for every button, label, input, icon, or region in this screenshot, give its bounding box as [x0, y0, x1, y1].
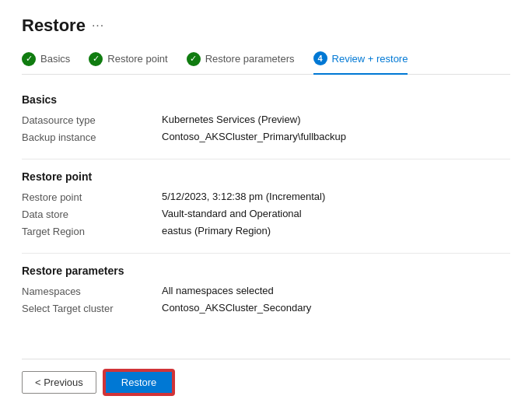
restore-point-section-title: Restore point — [22, 170, 510, 183]
field-datasource-type: Datasource type Kubernetes Services (Pre… — [22, 114, 510, 126]
step-basics-icon: ✓ — [22, 52, 36, 66]
field-restore-point-label: Restore point — [22, 191, 162, 203]
footer: < Previous Restore — [22, 359, 510, 394]
field-target-cluster-label: Select Target cluster — [22, 302, 162, 314]
field-target-region: Target Region eastus (Primary Region) — [22, 225, 510, 237]
field-namespaces-value: All namespaces selected — [162, 285, 274, 296]
step-review-restore-label: Review + restore — [332, 53, 408, 65]
field-target-region-value: eastus (Primary Region) — [162, 225, 271, 237]
field-target-cluster-value: Contoso_AKSCluster_Secondary — [162, 302, 311, 314]
step-restore-point-icon: ✓ — [89, 52, 103, 66]
field-data-store: Data store Vault-standard and Operationa… — [22, 208, 510, 220]
page-title: Restore — [22, 16, 86, 36]
step-restore-point-label: Restore point — [107, 53, 167, 65]
content-area: Basics Datasource type Kubernetes Servic… — [22, 93, 510, 359]
step-restore-parameters[interactable]: ✓ Restore parameters — [187, 52, 295, 74]
page-header: Restore ··· — [22, 16, 510, 36]
field-target-region-label: Target Region — [22, 225, 162, 237]
wizard-steps: ✓ Basics ✓ Restore point ✓ Restore param… — [22, 51, 510, 75]
basics-section-title: Basics — [22, 93, 510, 106]
restore-parameters-section-title: Restore parameters — [22, 265, 510, 277]
step-restore-point[interactable]: ✓ Restore point — [89, 52, 167, 74]
field-datasource-type-value: Kubernetes Services (Preview) — [162, 114, 300, 125]
step-restore-parameters-label: Restore parameters — [205, 53, 295, 65]
field-backup-instance: Backup instance Contoso_AKSCluster_Prima… — [22, 131, 510, 143]
step-basics-label: Basics — [40, 53, 70, 65]
field-restore-point-value: 5/12/2023, 3:12:38 pm (Incremental) — [162, 191, 325, 202]
field-backup-instance-label: Backup instance — [22, 131, 162, 143]
field-data-store-label: Data store — [22, 208, 162, 220]
restore-parameters-section: Restore parameters Namespaces All namesp… — [22, 265, 510, 314]
basics-section: Basics Datasource type Kubernetes Servic… — [22, 93, 510, 143]
field-data-store-value: Vault-standard and Operational — [162, 208, 302, 219]
more-options-button[interactable]: ··· — [92, 19, 104, 33]
field-restore-point: Restore point 5/12/2023, 3:12:38 pm (Inc… — [22, 191, 510, 203]
field-backup-instance-value: Contoso_AKSCluster_Primary\fullbackup — [162, 131, 346, 142]
restore-button[interactable]: Restore — [104, 370, 174, 394]
step-review-restore-icon: 4 — [313, 51, 327, 65]
restore-point-section: Restore point Restore point 5/12/2023, 3… — [22, 170, 510, 237]
divider-2 — [22, 253, 510, 254]
field-datasource-type-label: Datasource type — [22, 114, 162, 126]
field-namespaces: Namespaces All namespaces selected — [22, 285, 510, 297]
step-review-restore[interactable]: 4 Review + restore — [313, 51, 408, 75]
field-namespaces-label: Namespaces — [22, 285, 162, 297]
step-restore-parameters-icon: ✓ — [187, 52, 201, 66]
step-basics[interactable]: ✓ Basics — [22, 52, 70, 74]
divider-1 — [22, 159, 510, 159]
previous-button[interactable]: < Previous — [22, 371, 96, 394]
field-target-cluster: Select Target cluster Contoso_AKSCluster… — [22, 302, 510, 314]
page-container: Restore ··· ✓ Basics ✓ Restore point ✓ R… — [0, 0, 532, 410]
